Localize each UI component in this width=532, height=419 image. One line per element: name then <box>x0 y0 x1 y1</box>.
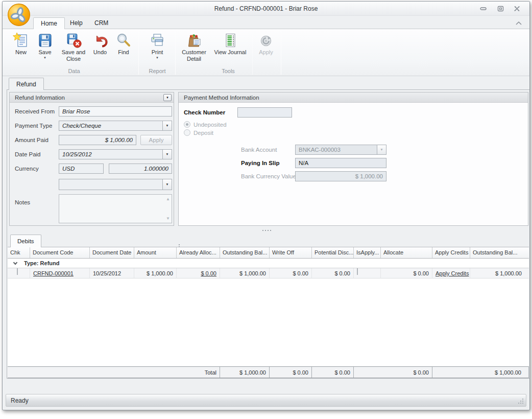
view-journal-icon <box>222 32 238 49</box>
col-header-amount[interactable]: Amount <box>134 247 177 258</box>
date-paid-combo[interactable]: 10/25/2012 ▼ <box>59 149 172 159</box>
notes-label: Notes <box>15 199 30 205</box>
app-logo-trefoil-icon[interactable] <box>7 3 31 27</box>
ribbon-group-separator <box>138 30 139 75</box>
status-bar: Ready <box>6 394 526 407</box>
radio-selected-icon <box>184 121 190 128</box>
col-header-apply-credits[interactable]: Apply Credits <box>432 247 470 258</box>
col-header-write-off[interactable]: Write Off <box>270 247 312 258</box>
save-button-label: Save <box>34 49 56 56</box>
chevron-down-icon[interactable] <box>13 260 17 264</box>
chevron-down-icon[interactable]: ▼ <box>162 150 172 159</box>
ribbon-collapse-button[interactable] <box>515 20 522 26</box>
view-journal-button[interactable]: View Journal <box>211 31 249 71</box>
debits-tab[interactable]: Debits <box>10 235 41 247</box>
col-header-outstanding-bal-final[interactable]: Outstanding Bal... <box>470 247 529 258</box>
isapply-checkbox[interactable] <box>357 268 358 275</box>
allocate-cell[interactable]: $ 0.00 <box>381 268 432 278</box>
bank-currency-value-label: Bank Currency Value <box>241 173 296 179</box>
apply-amount-button: Apply <box>140 135 172 145</box>
save-dropdown-caret-icon[interactable]: ▼ <box>34 56 56 59</box>
check-number-field[interactable] <box>237 107 292 118</box>
col-header-document-code[interactable]: Document Code <box>30 247 90 258</box>
col-header-potential-disc[interactable]: Potential Disc... <box>312 247 354 258</box>
payment-method-header: Payment Method Information <box>179 92 528 103</box>
amount-paid-label: Amount Paid <box>15 137 49 143</box>
table-row[interactable]: CRFND-000001 10/25/2012 $ 1,000.00 $ 0.0… <box>8 268 529 278</box>
tab-crm[interactable]: CRM <box>87 17 115 29</box>
ribbon-tab-strip: Home Help CRM <box>3 16 529 29</box>
horizontal-splitter-handle[interactable] <box>262 230 271 231</box>
col-header-already-alloc[interactable]: Already Alloc... <box>177 247 220 258</box>
new-button[interactable]: New <box>10 31 32 71</box>
chevron-down-icon[interactable]: ▼ <box>162 179 172 190</box>
date-paid-value: 10/25/2012 <box>59 150 162 159</box>
find-button[interactable]: Find <box>112 31 135 71</box>
save-and-close-button-label: Save and Close <box>58 49 89 62</box>
print-dropdown-caret-icon[interactable]: ▼ <box>144 56 171 59</box>
scroll-down-icon[interactable]: ▼ <box>166 216 170 221</box>
payment-method-title: Payment Method Information <box>184 95 259 101</box>
check-number-label: Check Number <box>184 109 225 115</box>
tab-help[interactable]: Help <box>63 17 90 29</box>
print-icon <box>149 32 165 49</box>
undo-button-label: Undo <box>89 49 111 56</box>
radio-unselected-icon <box>184 129 190 136</box>
document-tab-refund[interactable]: Refund <box>9 78 44 90</box>
amount-paid-field[interactable]: $ 1,000.00 <box>59 135 136 145</box>
exchange-rate-field[interactable]: 1.000000 <box>109 164 172 174</box>
undo-button[interactable]: Undo <box>89 31 111 71</box>
row-checkbox[interactable] <box>17 268 18 275</box>
grid-group-row[interactable]: Type: Refund <box>8 259 529 268</box>
document-code-link[interactable]: CRFND-000001 <box>30 268 90 278</box>
extra-dropdown-value <box>59 179 162 190</box>
find-button-label: Find <box>112 49 135 56</box>
title-bar[interactable]: Refund - CRFND-000001 - Briar Rose <box>3 2 529 16</box>
already-allocated-link[interactable]: $ 0.00 <box>177 268 220 278</box>
total-write-off: $ 0.00 <box>270 367 312 378</box>
tab-home[interactable]: Home <box>33 17 65 29</box>
currency-code-field[interactable]: USD <box>59 164 104 174</box>
payment-method-panel: Payment Method Information Check Number … <box>178 92 528 226</box>
bank-account-value: BNKAC-000003 <box>296 145 377 154</box>
panel-collapse-button[interactable]: ▼ <box>163 94 172 101</box>
deposit-radio-label: Deposit <box>194 130 213 136</box>
col-header-document-date[interactable]: Document Date <box>90 247 134 258</box>
customer-detail-bag-icon <box>186 32 202 49</box>
scroll-up-icon[interactable]: ▲ <box>166 197 170 201</box>
paying-in-slip-field[interactable]: N/A <box>295 158 386 168</box>
ribbon-group-label-report: Report <box>139 68 175 74</box>
col-header-outstanding-bal[interactable]: Outstanding Bal... <box>220 247 270 258</box>
ribbon-group-separator <box>281 30 281 75</box>
ribbon-group-label-data: Data <box>10 68 138 74</box>
customer-detail-button[interactable]: Customer Detail <box>180 31 208 71</box>
chevron-down-icon: ▼ <box>377 145 386 154</box>
new-button-label: New <box>10 49 32 56</box>
payment-type-combo[interactable]: Check/Cheque ▼ <box>59 121 172 131</box>
save-icon <box>37 32 53 49</box>
col-header-allocate[interactable]: Allocate <box>381 247 432 258</box>
extra-dropdown[interactable]: ▼ <box>59 179 172 190</box>
undeposited-radio-label: Undeposited <box>194 122 227 128</box>
window-title: Refund - CRFND-000001 - Briar Rose <box>3 5 529 12</box>
col-header-chk[interactable]: Chk <box>8 247 30 258</box>
save-button[interactable]: Save ▼ <box>34 31 56 71</box>
write-off-cell[interactable]: $ 0.00 <box>270 268 312 278</box>
minimize-button[interactable] <box>476 5 490 13</box>
save-and-close-icon <box>65 32 82 49</box>
group-row-label: Type: Refund <box>24 260 59 266</box>
notes-textarea[interactable]: ▲ ▼ <box>59 194 172 223</box>
close-button[interactable] <box>510 5 523 13</box>
received-from-field[interactable]: Briar Rose <box>59 106 172 117</box>
undo-icon <box>92 32 108 49</box>
chevron-down-icon[interactable]: ▼ <box>162 121 172 130</box>
print-button[interactable]: Print ▼ <box>144 31 171 71</box>
apply-button-label: Apply <box>255 49 277 56</box>
amount-cell: $ 1,000.00 <box>134 268 177 278</box>
restore-button[interactable] <box>494 5 507 13</box>
col-header-isapply[interactable]: IsApply... <box>354 247 381 258</box>
grid-header-row: Chk Document Code Document Date Amount A… <box>8 247 529 259</box>
apply-credits-link[interactable]: Apply Credits <box>432 268 470 278</box>
new-document-icon <box>13 32 29 49</box>
save-and-close-button[interactable]: Save and Close <box>58 31 89 71</box>
